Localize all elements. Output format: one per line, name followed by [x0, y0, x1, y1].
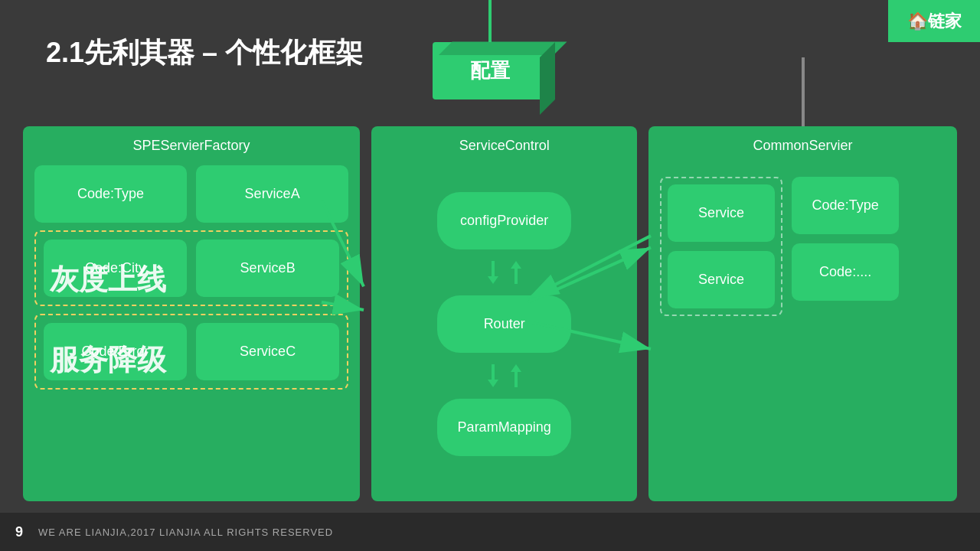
config-line-down	[488, 0, 492, 42]
config-label: 配置	[470, 57, 510, 84]
panel-spe: SPEServierFactory Code:Type ServiceA Cod…	[23, 126, 360, 501]
footer: 9 WE ARE LIANJIA,2017 LIANJIA ALL RIGHTS…	[0, 513, 980, 551]
footer-text: WE ARE LIANJIA,2017 LIANJIA ALL RIGHTS R…	[38, 527, 333, 538]
right-content: Service Service Code:Type Code:....	[660, 165, 946, 316]
panel-spe-title: SPEServierFactory	[34, 138, 348, 154]
arrow-config-router	[488, 261, 521, 284]
center-param-mapping: ParamMapping	[437, 399, 571, 456]
watermark-gray: 灰度上线	[50, 260, 166, 299]
page-title: 2.1先利其器 – 个性化框架	[46, 34, 363, 72]
spe-codetype: Code:Type	[34, 165, 187, 223]
main-area: 配置 SPEServierFactory Code:Type ServiceA …	[23, 115, 957, 505]
center-boxes: configProvider Router	[383, 165, 626, 456]
config-box: 配置	[433, 42, 547, 99]
spe-servicec: ServiceC	[196, 323, 339, 380]
spe-servicea: ServiceA	[196, 165, 348, 223]
arrow-router-param	[488, 364, 521, 387]
page-number: 9	[15, 524, 23, 540]
config-cube-main: 配置	[433, 42, 547, 99]
panel-common-servier: CommonServier Service Service Code:Type …	[648, 126, 957, 501]
panels-row: SPEServierFactory Code:Type ServiceA Cod…	[23, 126, 957, 501]
right-codetype: Code:Type	[792, 177, 899, 234]
panel-service-control: ServiceControl configProvider	[371, 126, 637, 501]
right-dashed-group: Service Service	[660, 177, 782, 316]
panel-center-title: ServiceControl	[383, 138, 626, 154]
spe-serviceb: ServiceB	[196, 240, 339, 297]
center-router: Router	[437, 295, 571, 353]
right-codedots: Code:....	[792, 243, 899, 301]
watermark-degrade: 服务降级	[50, 341, 166, 380]
right-service1: Service	[668, 184, 775, 242]
spe-row1: Code:Type ServiceA	[34, 165, 348, 223]
right-service2: Service	[668, 251, 775, 308]
logo-badge: 🏠 链家	[888, 0, 980, 42]
config-right-line	[802, 57, 805, 126]
logo-label: 链家	[928, 10, 962, 33]
center-config-provider: configProvider	[437, 192, 571, 249]
right-solid-group: Code:Type Code:....	[792, 177, 899, 316]
logo-icon: 🏠	[907, 11, 928, 31]
panel-right-title: CommonServier	[660, 138, 946, 154]
